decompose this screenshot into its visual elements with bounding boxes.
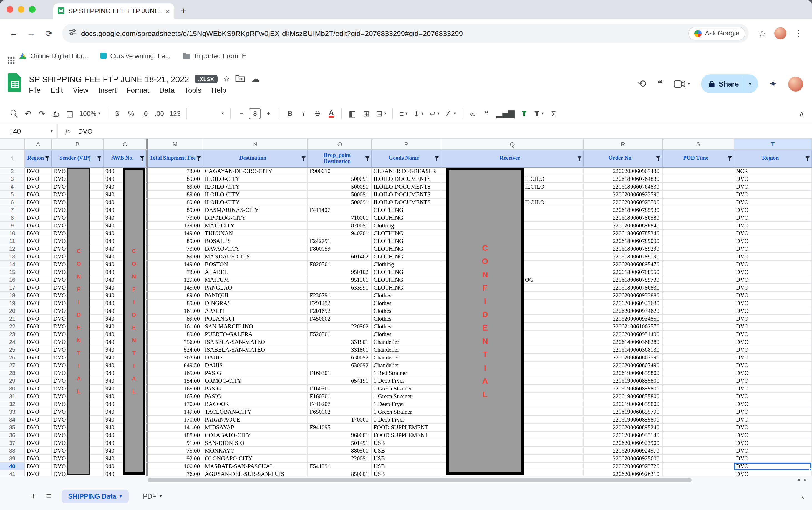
- cell-S40[interactable]: [663, 462, 734, 470]
- cell-N10[interactable]: TULUNAN: [203, 230, 308, 237]
- cell-O13[interactable]: 601402: [308, 253, 372, 261]
- cell-A20[interactable]: DVO: [25, 307, 52, 315]
- cell-P38[interactable]: USB: [372, 447, 441, 455]
- row-header-14[interactable]: 14: [0, 261, 25, 268]
- vertical-align-button[interactable]: ↧▾: [411, 106, 426, 121]
- cell-A6[interactable]: DVO: [25, 199, 52, 206]
- filter-header-S[interactable]: POD Time: [663, 150, 734, 168]
- cell-O22[interactable]: 220902: [308, 323, 372, 331]
- cell-P13[interactable]: CLOTHING: [372, 253, 441, 261]
- cell-N18[interactable]: PANIQUI: [203, 292, 308, 300]
- cell-P9[interactable]: Clothing: [372, 222, 441, 230]
- cell-M11[interactable]: 89.00: [148, 237, 203, 245]
- cell-M34[interactable]: 170.00: [148, 416, 203, 424]
- cell-S20[interactable]: [663, 307, 734, 315]
- menu-help[interactable]: Help: [211, 86, 227, 94]
- cell-A41[interactable]: DVO: [25, 470, 52, 476]
- row-header-9[interactable]: 9: [0, 222, 25, 230]
- cell-O26[interactable]: 630092: [308, 354, 372, 362]
- cell-N39[interactable]: OLONGAPO-CITY: [203, 455, 308, 462]
- name-box[interactable]: T40 ▾: [0, 124, 58, 138]
- cell-A8[interactable]: DVO: [25, 214, 52, 222]
- cell-M39[interactable]: 92.00: [148, 455, 203, 462]
- url-bar[interactable]: docs.google.com/spreadsheets/d/15NqWEbKS…: [62, 24, 749, 43]
- row-header-37[interactable]: 37: [0, 439, 25, 447]
- filter-views-button[interactable]: ▾: [532, 106, 546, 121]
- cell-M38[interactable]: 75.00: [148, 447, 203, 455]
- row-header-21[interactable]: 21: [0, 315, 25, 323]
- cell-T7[interactable]: DVO: [734, 206, 812, 214]
- cell-P22[interactable]: Clothes: [372, 323, 441, 331]
- cell-T15[interactable]: DVO: [734, 268, 812, 276]
- cell-P4[interactable]: ILOILO DOCUMENTS: [372, 183, 441, 191]
- cell-T3[interactable]: DVO: [734, 175, 812, 183]
- cell-A23[interactable]: DVO: [25, 331, 52, 338]
- site-controls-icon[interactable]: [69, 28, 77, 38]
- cell-P34[interactable]: 1 Deep Fryer: [372, 416, 441, 424]
- browser-menu-icon[interactable]: ⋮: [791, 28, 807, 38]
- select-all-corner[interactable]: [0, 139, 25, 150]
- cell-M16[interactable]: 129.00: [148, 276, 203, 284]
- cell-R27[interactable]: 2206200060867490: [584, 362, 663, 369]
- cell-P11[interactable]: CLOTHING: [372, 237, 441, 245]
- cell-R8[interactable]: 2206180060786580: [584, 214, 663, 222]
- row-header-11[interactable]: 11: [0, 237, 25, 245]
- add-sheet-button[interactable]: +: [31, 491, 36, 502]
- cell-P32[interactable]: 1 Deep Fryer: [372, 400, 441, 408]
- strikethrough-button[interactable]: S: [311, 106, 324, 121]
- row-header-7[interactable]: 7: [0, 206, 25, 214]
- sheet-tab-shipping-data[interactable]: SHIPPING Data▾: [62, 490, 128, 503]
- cell-A29[interactable]: DVO: [25, 377, 52, 385]
- cell-R34[interactable]: 2206190060855800: [584, 416, 663, 424]
- column-header-S[interactable]: S: [663, 139, 734, 150]
- confidential-overlay[interactable]: CONFIDENTIAL: [67, 168, 90, 475]
- cell-M6[interactable]: 89.00: [148, 199, 203, 206]
- row-header-24[interactable]: 24: [0, 338, 25, 346]
- cell-P33[interactable]: 1 Green Strainer: [372, 408, 441, 416]
- row-header-35[interactable]: 35: [0, 424, 25, 431]
- cell-A37[interactable]: DVO: [25, 439, 52, 447]
- cell-N17[interactable]: PANGLAO: [203, 284, 308, 292]
- cell-A39[interactable]: DVO: [25, 455, 52, 462]
- cell-S36[interactable]: [663, 431, 734, 439]
- cell-T6[interactable]: DVO: [734, 199, 812, 206]
- cell-O9[interactable]: 820091: [308, 222, 372, 230]
- cell-S37[interactable]: [663, 439, 734, 447]
- cell-P12[interactable]: CLOTHING: [372, 245, 441, 253]
- cell-T29[interactable]: DVO: [734, 377, 812, 385]
- cell-P36[interactable]: FOOD SUPPLEMENT: [372, 431, 441, 439]
- cell-T23[interactable]: DVO: [734, 331, 812, 338]
- menu-file[interactable]: File: [29, 86, 40, 94]
- cell-M37[interactable]: 91.00: [148, 439, 203, 447]
- cell-T28[interactable]: DVO: [734, 369, 812, 377]
- cell-T24[interactable]: DVO: [734, 338, 812, 346]
- column-header-M[interactable]: M: [148, 139, 203, 150]
- scroll-right-icon[interactable]: ▸: [804, 477, 807, 482]
- cell-A24[interactable]: DVO: [25, 338, 52, 346]
- new-tab-button[interactable]: +: [181, 5, 186, 17]
- cell-P41[interactable]: USB: [372, 470, 441, 476]
- cell-O10[interactable]: 940201: [308, 230, 372, 237]
- filter-icon[interactable]: [365, 156, 370, 160]
- cell-T9[interactable]: DVO: [734, 222, 812, 230]
- row-header-10[interactable]: 10: [0, 230, 25, 237]
- cell-M23[interactable]: 89.00: [148, 331, 203, 338]
- sheet-tab-pdf[interactable]: PDF▾: [136, 490, 169, 503]
- cell-S30[interactable]: [663, 385, 734, 393]
- cell-P19[interactable]: Clothes: [372, 300, 441, 307]
- cell-O38[interactable]: 880501: [308, 447, 372, 455]
- cell-O21[interactable]: F450602: [308, 315, 372, 323]
- cell-O23[interactable]: F520301: [308, 331, 372, 338]
- borders-button[interactable]: ⊞: [360, 106, 373, 121]
- cell-M35[interactable]: 141.00: [148, 424, 203, 431]
- cell-O17[interactable]: 633991: [308, 284, 372, 292]
- cell-S25[interactable]: [663, 346, 734, 354]
- cell-M28[interactable]: 165.00: [148, 369, 203, 377]
- cell-P21[interactable]: Clothes: [372, 315, 441, 323]
- cell-R12[interactable]: 2206180060789290: [584, 245, 663, 253]
- cell-R37[interactable]: 2206200060923900: [584, 439, 663, 447]
- bookmark-item[interactable]: Cursive writing: Le...: [100, 52, 170, 60]
- cell-M8[interactable]: 73.00: [148, 214, 203, 222]
- fill-handle[interactable]: [809, 468, 812, 471]
- cell-M2[interactable]: 73.00: [148, 168, 203, 175]
